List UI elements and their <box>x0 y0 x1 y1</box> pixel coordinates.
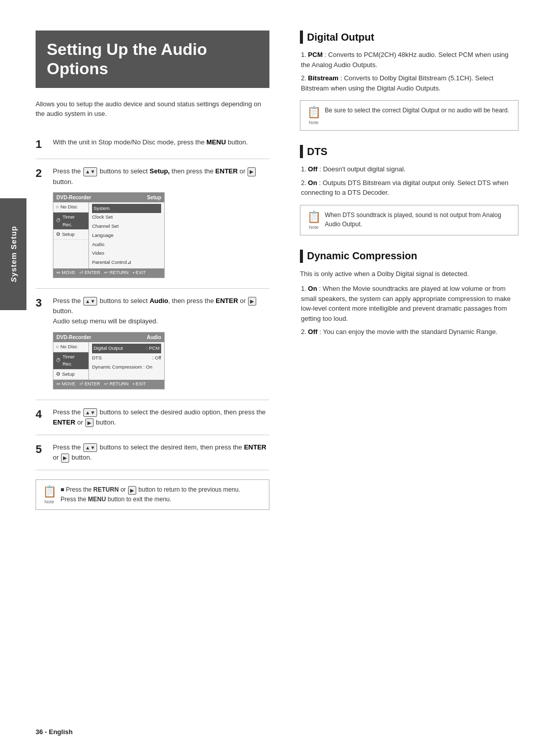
dts-list: 1.Off : Doesn't output digital signal. 2… <box>300 164 518 198</box>
digital-output-heading: Digital Output <box>307 32 374 43</box>
digital-output-item-1: 1.PCM : Converts to PCM(2CH) 48kHz audio… <box>300 50 518 70</box>
audio-menu-header: DVD-Recorder Audio <box>53 332 164 343</box>
step-2: 2 Press the ▲▼ buttons to select Setup, … <box>36 159 269 289</box>
side-tab-label: System Setup <box>9 226 18 282</box>
dvd-menu-audio: Audio <box>92 240 161 249</box>
section-bar-digital-output <box>300 31 303 44</box>
audio-menu-timer-rec: ⏱Timer Rec. <box>53 352 88 370</box>
audio-menu-no-disc: ○No Disc <box>53 342 88 352</box>
left-column: Setting Up the Audio Options Allows you … <box>36 31 269 736</box>
dts-note-text: When DTS soundtrack is played, sound is … <box>325 210 512 229</box>
step-number-3: 3 <box>36 296 47 392</box>
dts-note: 📋 Note When DTS soundtrack is played, so… <box>300 205 518 235</box>
dvd-menu-left: ○No Disc ⏱Timer Rec. ⚙Setup <box>53 202 89 268</box>
step-3: 3 Press the ▲▼ buttons to select Audio, … <box>36 289 269 400</box>
digital-output-title: Digital Output <box>300 31 518 44</box>
digital-output-note-text: Be sure to select the correct Digital Ou… <box>325 106 509 115</box>
audio-menu-digital-output: Digital Output: PCM <box>92 344 161 353</box>
audio-menu-footer: ⇔ MOVE ⏎ ENTER ↩ RETURN ▪ EXIT <box>53 380 164 389</box>
section-bar-dts <box>300 145 303 158</box>
audio-menu-setup: ⚙Setup <box>53 370 88 380</box>
audio-menu-left: ○No Disc ⏱Timer Rec. ⚙Setup <box>53 342 89 380</box>
dynamic-compression-desc: This is only active when a Dolby Digital… <box>300 269 518 279</box>
bottom-note-text: ■ Press the RETURN or ▶ button to return… <box>60 485 240 503</box>
dynamic-compression-list: 1.On : When the Movie soundtracks are pl… <box>300 284 518 337</box>
dynamic-compression-item-2: 2.Off : You can enjoy the movie with the… <box>300 327 518 337</box>
dvd-menu-language: Language <box>92 231 161 240</box>
dvd-menu-setup: ⚙Setup <box>53 230 88 240</box>
title-block: Setting Up the Audio Options <box>36 31 269 88</box>
digital-output-list: 1.PCM : Converts to PCM(2CH) 48kHz audio… <box>300 50 518 93</box>
step-number-1: 1 <box>36 137 47 152</box>
dts-item-1: 1.Off : Doesn't output digital signal. <box>300 164 518 174</box>
dynamic-compression-title: Dynamic Compression <box>300 250 518 263</box>
step-number-5: 5 <box>36 442 47 463</box>
step-5-content: Press the ▲▼ buttons to select the desir… <box>53 442 269 463</box>
dynamic-compression-item-1: 1.On : When the Movie soundtracks are pl… <box>300 284 518 323</box>
step-2-content: Press the ▲▼ buttons to select Setup, th… <box>53 166 269 281</box>
step-4-content: Press the ▲▼ buttons to select the desir… <box>53 407 269 428</box>
dynamic-compression-heading: Dynamic Compression <box>307 250 417 262</box>
section-bar-dynamic <box>300 250 303 263</box>
audio-menu-dts: DTS: Off <box>92 353 161 363</box>
audio-menu-dynamic-compression: Dynamic Compressiom : On <box>92 362 161 372</box>
dvd-menu-clock-set: Clock Set <box>92 213 161 222</box>
digital-output-item-2: 2.Bitstream : Converts to Dolby Digital … <box>300 73 518 93</box>
digital-output-note: 📋 Note Be sure to select the correct Dig… <box>300 100 518 131</box>
step-number-2: 2 <box>36 166 47 281</box>
side-tab: System Setup <box>0 198 26 310</box>
dts-title: DTS <box>300 145 518 158</box>
dvd-menu-system: System <box>92 204 161 213</box>
dynamic-compression-section: Dynamic Compression This is only active … <box>300 250 518 337</box>
bottom-note: 📋 Note ■ Press the RETURN or ▶ button to… <box>36 479 269 510</box>
dts-section: DTS 1.Off : Doesn't output digital signa… <box>300 145 518 235</box>
note-icon-bottom: 📋 Note <box>42 485 56 504</box>
dts-item-2: 2.On : Outputs DTS Bitstream via digital… <box>300 178 518 198</box>
dvd-menu-header: DVD-Recorder Setup <box>53 193 164 203</box>
dvd-menu-channel-set: Channel Set <box>92 222 161 231</box>
step-5: 5 Press the ▲▼ buttons to select the des… <box>36 435 269 470</box>
dvd-menu-no-disc: ○No Disc <box>53 202 88 213</box>
dvd-menu-right: System Clock Set Channel Set Language Au… <box>89 202 164 268</box>
dvd-setup-menu: DVD-Recorder Setup ○No Disc ⏱Timer Rec. <box>53 192 165 278</box>
dts-heading: DTS <box>307 146 327 158</box>
note-icon-dts: 📋 Note <box>307 210 321 230</box>
page-title: Setting Up the Audio Options <box>47 40 258 79</box>
intro-text: Allows you to setup the audio device and… <box>36 99 269 119</box>
dvd-menu-parental: Parental Control⊿ <box>92 258 161 267</box>
audio-menu-right: Digital Output: PCM DTS: Off Dynamic Com… <box>89 342 164 380</box>
step-1-content: With the unit in Stop mode/No Disc mode,… <box>53 137 269 152</box>
step-number-4: 4 <box>36 407 47 428</box>
audio-setup-menu: DVD-Recorder Audio ○No Disc ⏱Timer Rec. <box>53 332 165 389</box>
step-1: 1 With the unit in Stop mode/No Disc mod… <box>36 130 269 160</box>
digital-output-section: Digital Output 1.PCM : Converts to PCM(2… <box>300 31 518 131</box>
step-4: 4 Press the ▲▼ buttons to select the des… <box>36 400 269 435</box>
note-icon-digital: 📋 Note <box>307 106 321 125</box>
page-footer: 36 - English <box>36 728 73 736</box>
step-3-content: Press the ▲▼ buttons to select Audio, th… <box>53 296 269 392</box>
dvd-menu-timer-rec: ⏱Timer Rec. <box>53 213 88 230</box>
dvd-menu-footer: ⇔ MOVE ⏎ ENTER ↩ RETURN ▪ EXIT <box>53 268 164 278</box>
dvd-menu-video: Video <box>92 249 161 258</box>
right-column: Digital Output 1.PCM : Converts to PCM(2… <box>290 31 518 736</box>
